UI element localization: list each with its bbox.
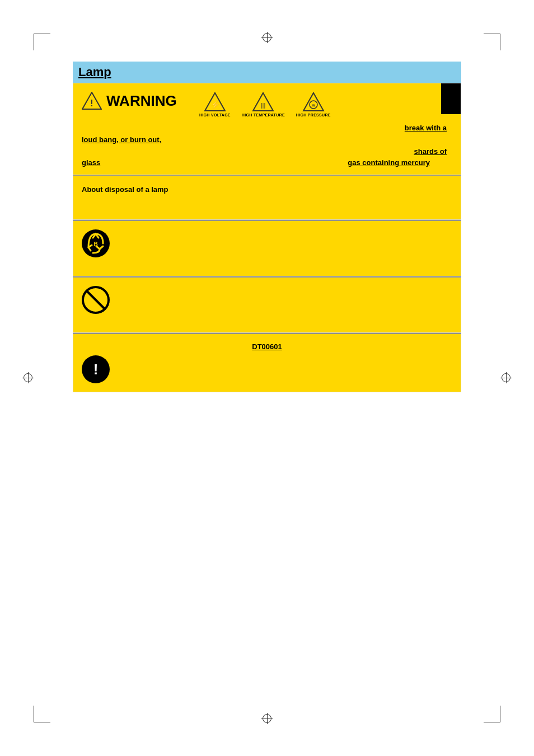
shards-of-text: shards of — [414, 146, 447, 158]
gas-text: gas containing mercury — [348, 157, 430, 169]
recycling-icon-container: B — [82, 229, 110, 260]
prohibited-section — [73, 277, 461, 333]
warning-header: ! WARNING ⚡ HIGH VOLTAGE — [82, 92, 452, 117]
recycling-content: B — [82, 229, 452, 260]
svg-text:|||: ||| — [261, 102, 266, 109]
main-content: Lamp ! WARNING — [73, 62, 461, 694]
high-voltage-label: HIGH VOLTAGE — [199, 113, 231, 117]
title-bar: Lamp — [73, 62, 461, 83]
loud-bang-text: loud bang, or burn out, — [82, 135, 161, 144]
svg-marker-6 — [303, 93, 324, 111]
high-pressure-label: HIGH PRESSURE — [296, 113, 331, 117]
dt-content: ! — [82, 355, 452, 383]
warning-box: ! WARNING ⚡ HIGH VOLTAGE — [73, 83, 461, 175]
glass-text: glass — [82, 157, 100, 169]
high-voltage-triangle: ⚡ — [204, 92, 226, 112]
prohibited-icon — [82, 286, 110, 314]
corner-mark-bl — [34, 706, 50, 722]
high-voltage-icon-item: ⚡ HIGH VOLTAGE — [199, 92, 231, 117]
high-temperature-label: HIGH TEMPERATURE — [242, 113, 285, 117]
break-with-a-text: break with a — [405, 123, 447, 134]
about-text: About disposal of a lamp — [82, 185, 168, 194]
dt-section: DT00601 ! — [73, 334, 461, 392]
dt-label: DT00601 — [82, 342, 452, 351]
svg-text:B: B — [93, 241, 97, 247]
svg-line-12 — [87, 292, 104, 308]
high-pressure-icon-item: ≋ HIGH PRESSURE — [296, 92, 331, 117]
recycling-icon: B — [82, 229, 110, 257]
prohibited-icon-container — [82, 286, 110, 316]
high-temperature-triangle: ||| — [252, 92, 274, 112]
warning-icons: ⚡ HIGH VOLTAGE ||| HIGH TEMPERATURE — [199, 92, 452, 117]
black-square — [441, 83, 461, 114]
high-pressure-triangle: ≋ — [302, 92, 325, 112]
warning-title: ! WARNING — [82, 92, 182, 110]
exclamation-icon-container: ! — [82, 355, 110, 383]
recycling-section: B — [73, 220, 461, 276]
svg-text:≋: ≋ — [311, 103, 315, 108]
corner-mark-br — [484, 706, 500, 722]
high-temperature-icon-item: ||| HIGH TEMPERATURE — [242, 92, 285, 117]
svg-text:!: ! — [90, 98, 93, 108]
warning-text: break with a loud bang, or burn out, sha… — [82, 123, 452, 169]
prohibited-content — [82, 286, 452, 316]
corner-mark-tl — [34, 34, 50, 50]
svg-text:⚡: ⚡ — [210, 100, 220, 110]
about-section: About disposal of a lamp — [73, 175, 461, 220]
page-title: Lamp — [78, 65, 456, 79]
corner-mark-tr — [484, 34, 500, 50]
warning-label: WARNING — [106, 92, 177, 110]
warning-triangle-icon: ! — [82, 92, 102, 110]
exclamation-icon: ! — [82, 355, 110, 383]
